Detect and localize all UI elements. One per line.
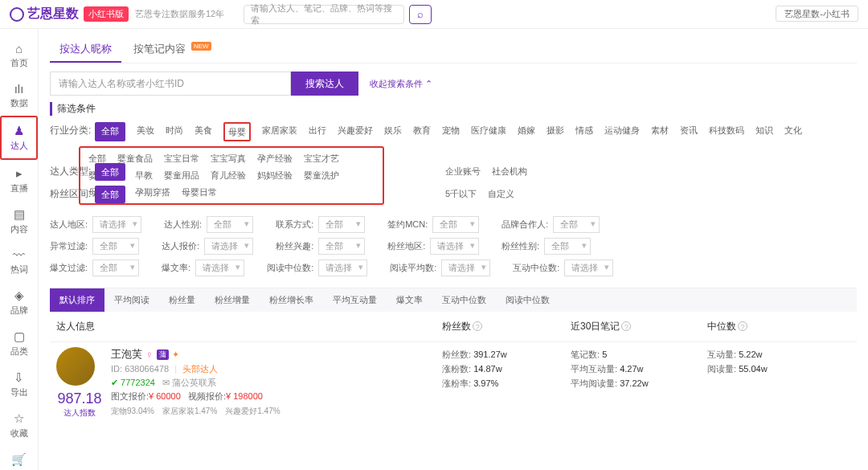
stat-line: 粉丝数: 391.27w <box>442 347 571 362</box>
filter-select[interactable]: 请选择 <box>564 260 613 276</box>
result-row[interactable]: 987.18 达人指数 王泡芙 ♀ 蒲 ✦ ID: 638066478 | 头部… <box>50 341 857 423</box>
industry-opt[interactable]: 医疗健康 <box>471 122 506 141</box>
industry-opt[interactable]: 兴趣爱好 <box>338 122 373 141</box>
domain-tags: 宠物93.04%家居家装1.47%兴趣爱好1.47% <box>111 406 442 417</box>
sidebar-label: 达人 <box>10 140 28 152</box>
filter-select[interactable]: 请选择 <box>195 260 244 276</box>
filter-select[interactable]: 全部 <box>544 238 591 255</box>
fans-range-label: 粉丝区间: <box>50 186 95 202</box>
kol-score: 987.18 <box>57 390 101 407</box>
industry-opt[interactable]: 资讯 <box>680 122 698 141</box>
filter-select[interactable]: 全部 <box>318 238 365 255</box>
kol-search-input[interactable]: 请输入达人名称或者小红书ID <box>50 72 291 96</box>
kol-search-button[interactable]: 搜索达人 <box>291 72 358 96</box>
sort-option[interactable]: 粉丝增量 <box>205 288 260 312</box>
industry-opt[interactable]: 宠物 <box>442 122 460 141</box>
new-badge: NEW <box>191 42 211 51</box>
filter-select[interactable]: 全部 <box>92 238 139 255</box>
industry-opt[interactable]: 出行 <box>309 122 326 141</box>
sort-option[interactable]: 粉丝增长率 <box>260 288 323 312</box>
global-search-input[interactable]: 请输入达人、笔记、品牌、热词等搜索 <box>244 5 404 24</box>
global-search-button[interactable]: ⌕ <box>409 5 432 24</box>
industry-opt[interactable]: 文化 <box>784 122 802 141</box>
domain-tag: 家居家装1.47% <box>162 407 217 415</box>
kol-type-opt[interactable]: 企业账号 <box>445 163 481 181</box>
industry-opt[interactable]: 科技数码 <box>709 122 744 141</box>
main-content: 按达人昵称 按笔记内容 NEW 请输入达人名称或者小红书ID 搜索达人 收起搜索… <box>39 29 868 470</box>
star-icon: ✦ <box>172 349 179 360</box>
filter-select[interactable]: 全部 <box>92 260 139 276</box>
industry-opt[interactable]: 全部 <box>95 122 125 141</box>
sidebar-label: 导出 <box>10 386 28 398</box>
tab-by-note[interactable]: 按笔记内容 NEW <box>124 37 220 61</box>
filter-select[interactable]: 全部 <box>318 216 365 233</box>
fans-range-all[interactable]: 全部 <box>95 186 125 203</box>
kol-name[interactable]: 王泡芙 <box>111 347 142 362</box>
industry-opt[interactable]: 素材 <box>651 122 669 141</box>
industry-opt[interactable]: 情感 <box>575 122 593 141</box>
sidebar-item-首页[interactable]: ⌂首页 <box>0 35 38 76</box>
help-icon[interactable]: ? <box>621 321 631 331</box>
industry-opt[interactable]: 婚嫁 <box>518 122 535 141</box>
kol-type-opt[interactable]: 社会机构 <box>492 163 527 181</box>
industry-opt[interactable]: 运动健身 <box>604 122 640 141</box>
sort-option[interactable]: 阅读中位数 <box>496 288 559 312</box>
industry-opt[interactable]: 摄影 <box>547 122 564 141</box>
sort-option[interactable]: 互动中位数 <box>432 288 496 312</box>
sidebar-item-内容[interactable]: ▤内容 <box>0 201 38 242</box>
stat-line: 互动量: 5.22w <box>707 347 850 362</box>
sidebar-item-数据[interactable]: ılı数据 <box>0 76 38 116</box>
tab-by-nickname[interactable]: 按达人昵称 <box>50 37 121 63</box>
industry-opt[interactable]: 美食 <box>194 122 212 141</box>
account-dropdown[interactable]: 艺恩星数-小红书 <box>776 6 858 22</box>
fans-range-options: 全部 5千以下 自定义 <box>95 186 857 203</box>
fans-range-opt[interactable]: 5千以下 <box>445 186 477 203</box>
filter-select[interactable]: 全部 <box>553 216 600 233</box>
sidebar-item-达人[interactable]: ♟达人 <box>0 116 38 160</box>
industry-opt[interactable]: 知识 <box>755 122 773 141</box>
kol-type-label: 达人类型: <box>50 163 95 179</box>
sort-option[interactable]: 粉丝量 <box>159 288 205 312</box>
industry-opt[interactable]: 教育 <box>413 122 431 141</box>
sidebar-label: 品类 <box>10 345 28 358</box>
filter-select[interactable]: 请选择 <box>430 238 479 255</box>
fans-range-opt[interactable]: 自定义 <box>488 186 514 203</box>
filter-select[interactable]: 全部 <box>432 216 479 233</box>
help-icon[interactable]: ? <box>473 321 482 331</box>
logo-icon <box>10 7 24 22</box>
filter-select[interactable]: 请选择 <box>441 260 490 276</box>
filter-select-label: 阅读中位数: <box>267 262 313 274</box>
sidebar-icon: ▤ <box>14 207 25 222</box>
platform-badge: 小红书版 <box>84 6 129 22</box>
sidebar-icon: 〰 <box>13 248 25 262</box>
filter-select[interactable]: 全部 <box>207 216 253 233</box>
sidebar-icon: ▢ <box>14 329 25 344</box>
sidebar-label: 数据 <box>10 97 28 109</box>
sidebar-icon: ▸ <box>16 166 23 181</box>
filter-select-label: 爆文率: <box>162 262 190 274</box>
sidebar-item-直播[interactable]: ▸直播 <box>0 160 38 201</box>
sidebar-item-品类[interactable]: ▢品类 <box>0 323 38 364</box>
filter-select[interactable]: 请选择 <box>204 238 253 255</box>
filter-select[interactable]: 请选择 <box>92 216 141 233</box>
sidebar-label: 直播 <box>10 182 28 194</box>
filter-select[interactable]: 请选择 <box>318 260 367 276</box>
stat-line: 笔记数: 5 <box>571 347 707 362</box>
sort-option[interactable]: 默认排序 <box>50 288 104 312</box>
sidebar-item-购买[interactable]: 🛒购买 <box>0 446 38 470</box>
sort-option[interactable]: 平均阅读 <box>104 288 159 312</box>
sort-option[interactable]: 平均互动量 <box>323 288 387 312</box>
sort-option[interactable]: 爆文率 <box>387 288 432 312</box>
toggle-filters-link[interactable]: 收起搜索条件 ⌃ <box>370 78 432 90</box>
industry-opt[interactable]: 娱乐 <box>384 122 402 141</box>
industry-opt[interactable]: 时尚 <box>166 122 183 141</box>
industry-opt[interactable]: 美妆 <box>137 122 154 141</box>
kol-type-all[interactable]: 全部 <box>95 163 125 181</box>
sidebar-item-收藏[interactable]: ☆收藏 <box>0 405 38 446</box>
sidebar-item-导出[interactable]: ⇩导出 <box>0 364 38 405</box>
industry-opt[interactable]: 母婴 <box>223 122 251 141</box>
help-icon[interactable]: ? <box>738 321 747 331</box>
sidebar-item-热词[interactable]: 〰热词 <box>0 242 38 282</box>
industry-opt[interactable]: 家居家装 <box>262 122 297 141</box>
sidebar-item-品牌[interactable]: ◈品牌 <box>0 282 38 323</box>
